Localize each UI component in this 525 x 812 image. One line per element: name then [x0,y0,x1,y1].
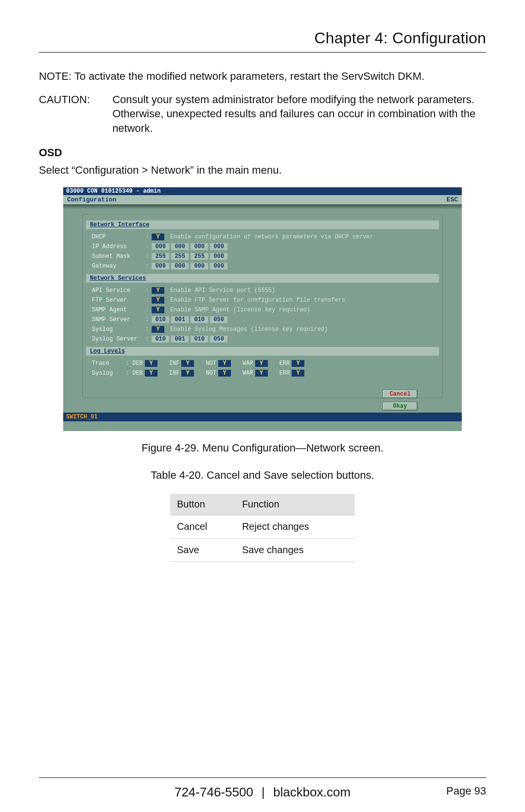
trace-not-toggle[interactable]: Y [218,360,231,367]
field-syslog-toggle[interactable]: Y [152,326,164,333]
syslog-war-toggle[interactable]: Y [255,370,268,377]
field-snmpa-hint: Enable SNMP Agent (license key required) [170,307,310,313]
table-row: Save Save changes [170,539,355,562]
cancel-button[interactable]: Cancel [383,390,418,398]
snmps-octet-3[interactable]: 010 [191,316,208,323]
window-titlebar: 03000 CON 010125349 - admin [63,187,462,195]
snmps-octet-1[interactable]: 010 [152,316,169,323]
ip-octet-1[interactable]: 000 [152,243,169,250]
field-snmps-label: SNMP Server [92,316,145,323]
th-button: Button [170,494,235,515]
field-dhcp-label: DHCP [92,234,145,240]
field-mask-label: Subnet Mask [92,253,145,260]
section-log-levels-title: Log Levels [86,347,439,356]
cell-button: Cancel [170,515,235,539]
field-api-label: API Service [92,287,145,294]
esc-button[interactable]: ESC [447,196,458,203]
ip-octet-4[interactable]: 000 [210,243,228,250]
field-api-hint: Enable API Service port (5555) [170,287,275,294]
footer-rule [39,777,486,778]
mask-octet-1[interactable]: 255 [152,253,169,260]
field-snmp-server: SNMP Server : 010 001 010 050 [83,315,442,325]
button-function-table: Button Function Cancel Reject changes Sa… [170,494,355,562]
loglevel-trace-label: Trace [92,360,126,367]
snmps-octet-2[interactable]: 001 [171,316,189,323]
gw-octet-1[interactable]: 000 [152,263,169,270]
field-ip-label: IP Address [92,243,145,250]
syslog-err-toggle[interactable]: Y [292,370,304,377]
footer-sep: | [262,785,265,799]
syslog-not-toggle[interactable]: Y [218,370,231,377]
syslogs-octet-1[interactable]: 010 [152,336,169,343]
trace-inf-toggle[interactable]: Y [181,360,194,367]
syslogs-octet-3[interactable]: 010 [191,336,208,343]
syslog-inf-toggle[interactable]: Y [181,370,194,377]
caution-text: Consult your system administrator before… [90,92,486,136]
field-snmpa-toggle[interactable]: Y [152,307,164,313]
caution-paragraph: CAUTION: Consult your system administrat… [39,92,486,136]
field-ftp-hint: Enable FTP Server for configuration file… [170,297,345,304]
trace-war-toggle[interactable]: Y [255,360,268,367]
window-footer: SWITCH_01 [63,413,462,421]
mask-octet-4[interactable]: 000 [210,253,228,260]
th-function: Function [235,494,355,515]
tag-err: ERR [280,360,290,367]
field-gw-label: Gateway [92,263,145,270]
field-syslog: Syslog : Y Enable Syslog Messages (licen… [83,325,442,334]
field-subnet-mask: Subnet Mask : 255 255 255 000 [83,252,442,261]
snmps-octet-4[interactable]: 050 [210,316,228,323]
ip-octet-2[interactable]: 000 [171,243,189,250]
gw-octet-4[interactable]: 000 [210,263,228,270]
field-snmp-agent: SNMP Agent : Y Enable SNMP Agent (licens… [83,305,442,315]
trace-err-toggle[interactable]: Y [292,360,304,367]
section-network-interface-title: Network Interface [86,220,439,229]
syslogs-octet-2[interactable]: 001 [171,336,189,343]
syslog-deb-toggle[interactable]: Y [145,370,158,377]
field-ip-address: IP Address : 000 000 000 000 [83,242,442,252]
loglevel-syslog-row: Syslog : DEBY INFY NOTY WARY ERRY [83,368,442,378]
page-footer: 724-746-5500 | blackbox.com Page 93 [39,785,486,797]
field-api-service: API Service : Y Enable API Service port … [83,286,442,295]
field-gateway: Gateway : 000 000 000 000 [83,261,442,271]
config-screenshot: 03000 CON 010125349 - admin Configuratio… [63,187,462,431]
caution-label: CAUTION: [39,92,90,136]
section-network-services-title: Network Services [86,274,439,283]
cell-button: Save [170,539,235,562]
field-syslog-label: Syslog [92,326,145,333]
tag-deb: DEB [132,360,143,367]
chapter-title: Chapter 4: Configuration [39,29,486,47]
tag-inf: INF [169,360,180,367]
header-rule [39,52,486,53]
mask-octet-3[interactable]: 255 [191,253,208,260]
footer-site: blackbox.com [273,785,350,799]
osd-instruction: Select “Configuration > Network” in the … [39,164,486,177]
field-api-toggle[interactable]: Y [152,287,164,294]
trace-deb-toggle[interactable]: Y [145,360,158,367]
field-ftp-server: FTP Server : Y Enable FTP Server for con… [83,295,442,305]
window-menubar: Configuration ESC [63,195,462,204]
mask-octet-2[interactable]: 255 [171,253,189,260]
table-row: Cancel Reject changes [170,515,355,539]
field-syslog-hint: Enable Syslog Messages (license key requ… [170,326,328,333]
field-dhcp: DHCP : Y Enable configuration of network… [83,232,442,242]
syslogs-octet-4[interactable]: 050 [210,336,228,343]
ip-octet-3[interactable]: 000 [191,243,208,250]
loglevel-trace-row: Trace : DEBY INFY NOTY WARY ERRY [83,359,442,368]
tag-not: NOT [206,360,216,367]
footer-phone: 724-746-5500 [175,785,253,799]
menu-configuration[interactable]: Configuration [67,196,116,203]
field-dhcp-hint: Enable configuration of network paramete… [170,234,373,240]
gw-octet-3[interactable]: 000 [191,263,208,270]
field-dhcp-toggle[interactable]: Y [152,234,164,240]
field-ftp-toggle[interactable]: Y [152,297,164,304]
figure-caption: Figure 4-29. Menu Configuration—Network … [39,442,486,454]
field-syslogs-label: Syslog Server [92,336,145,343]
okay-button[interactable]: Okay [383,402,418,411]
config-panel: Network Interface DHCP : Y Enable config… [83,214,442,398]
field-syslog-server: Syslog Server : 010 001 010 050 [83,334,442,344]
table-caption: Table 4-20. Cancel and Save selection bu… [39,468,486,483]
footer-page: Page 93 [446,785,486,797]
loglevel-syslog-label: Syslog [92,370,126,377]
tag-war: WAR [243,360,253,367]
gw-octet-2[interactable]: 000 [171,263,189,270]
